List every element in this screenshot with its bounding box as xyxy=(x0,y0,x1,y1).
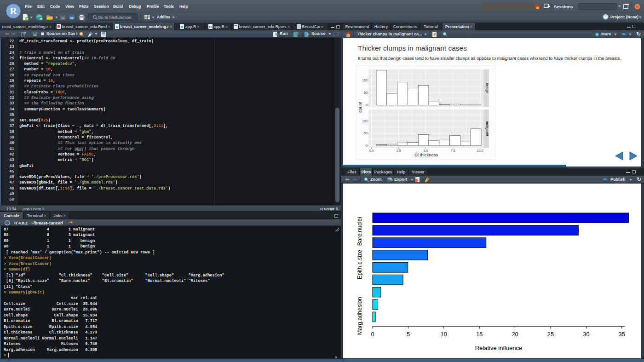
svg-text:100: 100 xyxy=(362,120,368,123)
svg-text:100: 100 xyxy=(362,79,368,82)
svg-text:0.0: 0.0 xyxy=(369,149,374,152)
svg-text:0: 0 xyxy=(366,144,368,147)
svg-text:R: R xyxy=(115,25,118,29)
svg-text:Epith.c.size: Epith.c.size xyxy=(356,250,363,279)
svg-text:10: 10 xyxy=(441,331,447,338)
svg-text:Bare.nuclei: Bare.nuclei xyxy=(356,217,363,246)
svg-text:30: 30 xyxy=(583,331,589,338)
svg-text:35: 35 xyxy=(619,331,625,338)
svg-text:count: count xyxy=(357,102,362,113)
svg-text:20: 20 xyxy=(512,331,518,338)
svg-text:50: 50 xyxy=(364,132,368,135)
svg-text:0: 0 xyxy=(371,331,374,338)
svg-text:Relative influence: Relative influence xyxy=(475,345,523,351)
svg-text:10.0: 10.0 xyxy=(477,149,483,152)
svg-text:7.5: 7.5 xyxy=(451,149,455,152)
svg-text:5.0: 5.0 xyxy=(424,149,428,152)
svg-text:R: R xyxy=(6,221,9,225)
svg-text:0: 0 xyxy=(366,103,368,107)
svg-text:Cl.thickness: Cl.thickness xyxy=(414,152,438,157)
svg-text:R: R xyxy=(181,25,184,29)
svg-text:benign: benign xyxy=(485,83,489,93)
svg-text:2.5: 2.5 xyxy=(397,149,401,152)
svg-text:Marg.adhesion: Marg.adhesion xyxy=(356,297,363,335)
svg-text:5: 5 xyxy=(407,331,410,338)
svg-text:R: R xyxy=(209,25,212,29)
svg-text:15: 15 xyxy=(476,331,483,338)
svg-text:25: 25 xyxy=(547,331,554,338)
svg-text:50: 50 xyxy=(364,91,368,94)
svg-text:malignant: malignant xyxy=(485,121,489,136)
